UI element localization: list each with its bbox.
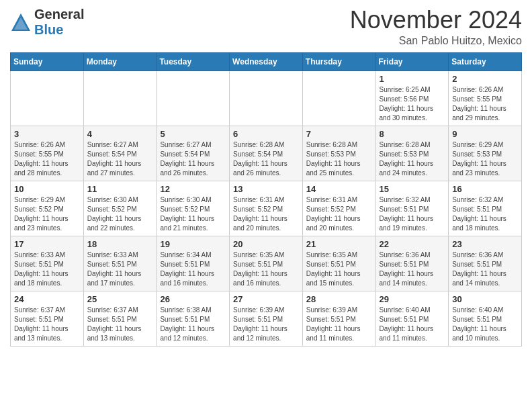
calendar: SundayMondayTuesdayWednesdayThursdayFrid…	[10, 52, 522, 347]
weekday-header-thursday: Thursday	[302, 52, 375, 71]
day-number: 10	[14, 184, 80, 194]
day-info: Sunrise: 6:33 AMSunset: 5:51 PMDaylight:…	[87, 250, 153, 288]
day-number: 7	[306, 129, 372, 139]
day-number: 14	[306, 184, 372, 194]
day-number: 17	[14, 239, 80, 249]
calendar-cell: 2Sunrise: 6:26 AMSunset: 5:55 PMDaylight…	[449, 71, 522, 126]
day-info: Sunrise: 6:26 AMSunset: 5:55 PMDaylight:…	[14, 140, 80, 178]
day-number: 26	[160, 294, 226, 304]
day-info: Sunrise: 6:27 AMSunset: 5:54 PMDaylight:…	[160, 140, 226, 178]
day-number: 23	[452, 239, 518, 249]
day-number: 2	[452, 74, 518, 84]
calendar-cell: 13Sunrise: 6:31 AMSunset: 5:52 PMDayligh…	[230, 181, 303, 236]
day-info: Sunrise: 6:37 AMSunset: 5:51 PMDaylight:…	[14, 306, 80, 343]
calendar-cell: 29Sunrise: 6:40 AMSunset: 5:51 PMDayligh…	[375, 291, 449, 346]
day-number: 4	[87, 129, 153, 139]
calendar-cell: 16Sunrise: 6:32 AMSunset: 5:51 PMDayligh…	[449, 181, 522, 236]
title-area: November 2024 San Pablo Huitzo, Mexico	[350, 7, 522, 47]
calendar-cell: 21Sunrise: 6:35 AMSunset: 5:51 PMDayligh…	[302, 236, 375, 291]
day-info: Sunrise: 6:34 AMSunset: 5:51 PMDaylight:…	[160, 250, 226, 288]
calendar-cell: 7Sunrise: 6:28 AMSunset: 5:53 PMDaylight…	[302, 126, 375, 181]
week-row-2: 3Sunrise: 6:26 AMSunset: 5:55 PMDaylight…	[11, 126, 522, 181]
day-number: 11	[87, 184, 153, 194]
day-number: 19	[160, 239, 226, 249]
logo-icon	[10, 12, 32, 34]
day-info: Sunrise: 6:37 AMSunset: 5:51 PMDaylight:…	[87, 306, 153, 343]
weekday-header-row: SundayMondayTuesdayWednesdayThursdayFrid…	[11, 52, 522, 71]
day-number: 27	[233, 294, 299, 304]
day-info: Sunrise: 6:28 AMSunset: 5:53 PMDaylight:…	[380, 140, 445, 178]
location-title: San Pablo Huitzo, Mexico	[350, 35, 522, 47]
day-number: 15	[380, 184, 445, 194]
day-number: 9	[452, 129, 518, 139]
calendar-cell: 4Sunrise: 6:27 AMSunset: 5:54 PMDaylight…	[83, 126, 157, 181]
day-number: 12	[160, 184, 226, 194]
month-title: November 2024	[350, 7, 522, 34]
day-number: 30	[452, 294, 518, 304]
day-number: 29	[380, 294, 445, 304]
calendar-cell: 12Sunrise: 6:30 AMSunset: 5:52 PMDayligh…	[157, 181, 230, 236]
calendar-cell: 1Sunrise: 6:25 AMSunset: 5:56 PMDaylight…	[375, 71, 449, 126]
week-row-4: 17Sunrise: 6:33 AMSunset: 5:51 PMDayligh…	[11, 236, 522, 291]
calendar-cell: 19Sunrise: 6:34 AMSunset: 5:51 PMDayligh…	[157, 236, 230, 291]
day-number: 1	[380, 74, 445, 84]
logo-blue: Blue	[34, 22, 63, 37]
calendar-cell: 24Sunrise: 6:37 AMSunset: 5:51 PMDayligh…	[11, 291, 84, 346]
calendar-cell: 15Sunrise: 6:32 AMSunset: 5:51 PMDayligh…	[375, 181, 449, 236]
day-info: Sunrise: 6:39 AMSunset: 5:51 PMDaylight:…	[306, 306, 372, 343]
day-number: 5	[160, 129, 226, 139]
calendar-cell: 3Sunrise: 6:26 AMSunset: 5:55 PMDaylight…	[11, 126, 84, 181]
day-info: Sunrise: 6:35 AMSunset: 5:51 PMDaylight:…	[306, 250, 372, 288]
day-info: Sunrise: 6:38 AMSunset: 5:51 PMDaylight:…	[160, 306, 226, 343]
day-info: Sunrise: 6:32 AMSunset: 5:51 PMDaylight:…	[380, 195, 445, 233]
calendar-cell: 9Sunrise: 6:29 AMSunset: 5:53 PMDaylight…	[449, 126, 522, 181]
calendar-cell: 14Sunrise: 6:31 AMSunset: 5:52 PMDayligh…	[302, 181, 375, 236]
calendar-cell: 6Sunrise: 6:28 AMSunset: 5:54 PMDaylight…	[230, 126, 303, 181]
day-info: Sunrise: 6:33 AMSunset: 5:51 PMDaylight:…	[14, 250, 80, 288]
day-info: Sunrise: 6:35 AMSunset: 5:51 PMDaylight:…	[233, 250, 299, 288]
calendar-cell: 26Sunrise: 6:38 AMSunset: 5:51 PMDayligh…	[157, 291, 230, 346]
calendar-cell: 10Sunrise: 6:29 AMSunset: 5:52 PMDayligh…	[11, 181, 84, 236]
calendar-cell: 8Sunrise: 6:28 AMSunset: 5:53 PMDaylight…	[375, 126, 449, 181]
weekday-header-friday: Friday	[375, 52, 449, 71]
calendar-cell: 30Sunrise: 6:40 AMSunset: 5:51 PMDayligh…	[449, 291, 522, 346]
week-row-3: 10Sunrise: 6:29 AMSunset: 5:52 PMDayligh…	[11, 181, 522, 236]
day-number: 28	[306, 294, 372, 304]
calendar-cell: 23Sunrise: 6:36 AMSunset: 5:51 PMDayligh…	[449, 236, 522, 291]
calendar-cell: 17Sunrise: 6:33 AMSunset: 5:51 PMDayligh…	[11, 236, 84, 291]
calendar-cell: 28Sunrise: 6:39 AMSunset: 5:51 PMDayligh…	[302, 291, 375, 346]
calendar-cell: 20Sunrise: 6:35 AMSunset: 5:51 PMDayligh…	[230, 236, 303, 291]
day-info: Sunrise: 6:31 AMSunset: 5:52 PMDaylight:…	[306, 195, 372, 233]
calendar-cell	[302, 71, 375, 126]
day-info: Sunrise: 6:30 AMSunset: 5:52 PMDaylight:…	[160, 195, 226, 233]
header: General Blue November 2024 San Pablo Hui…	[10, 7, 522, 47]
day-info: Sunrise: 6:31 AMSunset: 5:52 PMDaylight:…	[233, 195, 299, 233]
calendar-cell: 11Sunrise: 6:30 AMSunset: 5:52 PMDayligh…	[83, 181, 157, 236]
calendar-cell: 27Sunrise: 6:39 AMSunset: 5:51 PMDayligh…	[230, 291, 303, 346]
weekday-header-tuesday: Tuesday	[157, 52, 230, 71]
day-number: 18	[87, 239, 153, 249]
day-info: Sunrise: 6:28 AMSunset: 5:53 PMDaylight:…	[306, 140, 372, 178]
weekday-header-saturday: Saturday	[449, 52, 522, 71]
calendar-cell: 25Sunrise: 6:37 AMSunset: 5:51 PMDayligh…	[83, 291, 157, 346]
day-number: 8	[380, 129, 445, 139]
day-info: Sunrise: 6:30 AMSunset: 5:52 PMDaylight:…	[87, 195, 153, 233]
weekday-header-monday: Monday	[83, 52, 157, 71]
day-number: 25	[87, 294, 153, 304]
weekday-header-sunday: Sunday	[11, 52, 84, 71]
day-info: Sunrise: 6:29 AMSunset: 5:53 PMDaylight:…	[452, 140, 518, 178]
calendar-cell: 22Sunrise: 6:36 AMSunset: 5:51 PMDayligh…	[375, 236, 449, 291]
day-number: 20	[233, 239, 299, 249]
day-info: Sunrise: 6:27 AMSunset: 5:54 PMDaylight:…	[87, 140, 153, 178]
week-row-1: 1Sunrise: 6:25 AMSunset: 5:56 PMDaylight…	[11, 71, 522, 126]
day-info: Sunrise: 6:39 AMSunset: 5:51 PMDaylight:…	[233, 306, 299, 343]
day-number: 21	[306, 239, 372, 249]
day-info: Sunrise: 6:32 AMSunset: 5:51 PMDaylight:…	[452, 195, 518, 233]
day-info: Sunrise: 6:25 AMSunset: 5:56 PMDaylight:…	[380, 85, 445, 123]
calendar-cell	[157, 71, 230, 126]
logo-general: General	[34, 7, 84, 21]
calendar-cell: 18Sunrise: 6:33 AMSunset: 5:51 PMDayligh…	[83, 236, 157, 291]
calendar-cell	[11, 71, 84, 126]
day-number: 13	[233, 184, 299, 194]
day-info: Sunrise: 6:36 AMSunset: 5:51 PMDaylight:…	[452, 250, 518, 288]
